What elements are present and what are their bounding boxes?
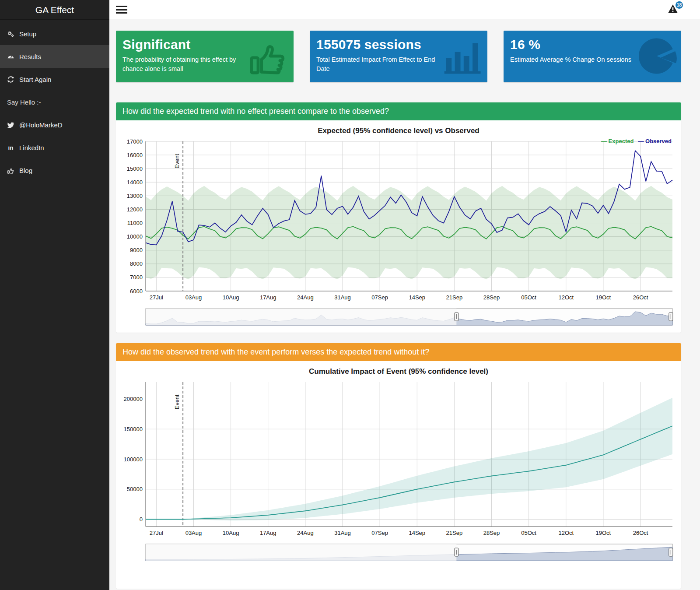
svg-text:50000: 50000: [127, 486, 143, 492]
svg-text:10Aug: 10Aug: [223, 294, 239, 301]
svg-text:16000: 16000: [127, 152, 143, 158]
sidebar-toggle-button[interactable]: [116, 5, 128, 14]
range-selector[interactable]: [120, 308, 677, 327]
svg-text:8000: 8000: [130, 260, 143, 267]
svg-text:17Aug: 17Aug: [260, 294, 276, 301]
svg-text:12Oct: 12Oct: [558, 294, 574, 301]
svg-text:14000: 14000: [127, 179, 143, 186]
svg-text:15000: 15000: [127, 165, 143, 172]
svg-text:07Sep: 07Sep: [371, 530, 388, 536]
sidebar-item-start-again[interactable]: Start Again: [0, 68, 109, 91]
bar-chart-icon: [443, 36, 483, 78]
value-box-subtitle: The probability of obtaining this effect…: [122, 55, 251, 74]
svg-text:11000: 11000: [127, 220, 143, 226]
sidebar-menu: Setup Results: [0, 22, 109, 182]
svg-text:27Jul: 27Jul: [150, 530, 163, 536]
twitter-icon: [7, 121, 14, 129]
app-title: GA Effect: [0, 0, 109, 20]
svg-text:05Oct: 05Oct: [521, 294, 536, 301]
cumulative-impact-chart[interactable]: 05000010000015000020000027Jul03Aug10Aug1…: [120, 378, 677, 541]
sidebar-item-setup[interactable]: Setup: [0, 22, 109, 45]
sidebar-item-label: @HoloMarkeD: [19, 121, 63, 129]
svg-text:05Oct: 05Oct: [521, 530, 536, 536]
pie-chart-icon: [637, 36, 677, 78]
expected-vs-observed-box: How did the expected trend with no effec…: [116, 102, 681, 333]
chart-title: Expected (95% confidence level) vs Obser…: [120, 124, 677, 137]
value-box-significance: Significant The probability of obtaining…: [116, 31, 294, 82]
sidebar-item-results[interactable]: Results: [0, 45, 109, 68]
svg-text:14Sep: 14Sep: [409, 294, 425, 301]
sidebar-item-label: Start Again: [19, 76, 51, 83]
sidebar-item-twitter[interactable]: @HoloMarkeD: [0, 113, 109, 136]
thumbs-up-icon: [247, 36, 289, 80]
sidebar-item-label: Setup: [19, 30, 36, 38]
svg-text:10000: 10000: [127, 233, 143, 240]
linkedin-icon: in: [7, 144, 14, 151]
legend-item: — Observed: [638, 138, 672, 144]
sidebar-item-label: Say Hello :-: [7, 98, 41, 106]
sidebar-item-label: LinkedIn: [19, 144, 44, 151]
dashboard-icon: [7, 53, 14, 60]
chart-card: Expected (95% confidence level) vs Obser…: [116, 120, 681, 333]
thumbs-up-icon: [7, 167, 14, 174]
svg-text:26Oct: 26Oct: [633, 530, 648, 536]
svg-text:Event: Event: [174, 154, 180, 169]
refresh-icon: [7, 76, 14, 83]
svg-text:19Oct: 19Oct: [596, 530, 611, 536]
section-header-expected-vs-observed: How did the expected trend with no effec…: [116, 102, 681, 120]
svg-text:28Sep: 28Sep: [483, 294, 500, 301]
svg-text:28Sep: 28Sep: [483, 530, 500, 536]
svg-text:24Aug: 24Aug: [297, 294, 314, 301]
main-content: Significant The probability of obtaining…: [109, 19, 681, 589]
legend-item: — Expected: [601, 138, 634, 144]
value-box-row: Significant The probability of obtaining…: [116, 31, 681, 82]
svg-text:27Jul: 27Jul: [150, 294, 163, 301]
chart-title: Cumulative Impact of Event (95% confiden…: [120, 365, 677, 378]
svg-text:200000: 200000: [124, 396, 143, 402]
svg-text:03Aug: 03Aug: [186, 294, 202, 301]
svg-text:26Oct: 26Oct: [633, 294, 648, 301]
notifications-button[interactable]: 18: [668, 4, 679, 15]
svg-text:17Aug: 17Aug: [260, 530, 276, 536]
app: GA Effect: [0, 0, 700, 590]
sidebar-item-label: Results: [19, 53, 41, 60]
svg-text:0: 0: [140, 516, 143, 523]
expected-vs-observed-chart[interactable]: 6000700080009000100001100012000130001400…: [120, 137, 677, 306]
value-box-subtitle: Estimated Average % Change On sessions: [510, 55, 638, 64]
svg-text:31Aug: 31Aug: [334, 294, 351, 301]
value-box-subtitle: Total Estimated Impact From Effect to En…: [316, 55, 444, 74]
chart-legend: — Expected— Observed: [597, 138, 672, 144]
sidebar-item-linkedin[interactable]: in LinkedIn: [0, 136, 109, 159]
svg-text:07Sep: 07Sep: [371, 294, 388, 301]
svg-text:12Oct: 12Oct: [558, 530, 574, 536]
svg-text:6000: 6000: [130, 288, 143, 295]
svg-text:17000: 17000: [127, 138, 143, 145]
section-header-cumulative-impact: How did the observed trend with the even…: [116, 343, 681, 361]
svg-text:13000: 13000: [127, 193, 143, 199]
svg-text:7000: 7000: [130, 274, 143, 281]
value-box-total-impact: 155075 sessions Total Estimated Impact F…: [310, 31, 487, 82]
value-box-percent-change: 16 % Estimated Average % Change On sessi…: [504, 31, 681, 82]
header: 18: [109, 0, 700, 19]
svg-text:100000: 100000: [124, 456, 143, 463]
svg-text:9000: 9000: [130, 247, 143, 253]
svg-text:10Aug: 10Aug: [223, 530, 239, 536]
sidebar-item-blog[interactable]: Blog: [0, 159, 109, 182]
svg-text:14Sep: 14Sep: [409, 530, 425, 536]
sidebar-header-say-hello: Say Hello :-: [0, 91, 109, 113]
svg-text:03Aug: 03Aug: [186, 530, 202, 536]
sidebar-item-label: Blog: [19, 167, 32, 174]
notification-badge: 18: [676, 1, 683, 9]
svg-text:12000: 12000: [127, 206, 143, 213]
svg-text:150000: 150000: [124, 426, 143, 432]
gears-icon: [7, 30, 14, 38]
svg-text:31Aug: 31Aug: [334, 530, 351, 536]
cumulative-impact-box: How did the observed trend with the even…: [116, 343, 681, 589]
svg-text:21Sep: 21Sep: [446, 530, 463, 536]
svg-text:21Sep: 21Sep: [446, 294, 463, 301]
range-selector[interactable]: [120, 544, 677, 562]
svg-text:Event: Event: [174, 394, 180, 409]
chart-card: Cumulative Impact of Event (95% confiden…: [116, 361, 681, 589]
svg-text:24Aug: 24Aug: [297, 530, 314, 536]
svg-text:19Oct: 19Oct: [596, 294, 611, 301]
